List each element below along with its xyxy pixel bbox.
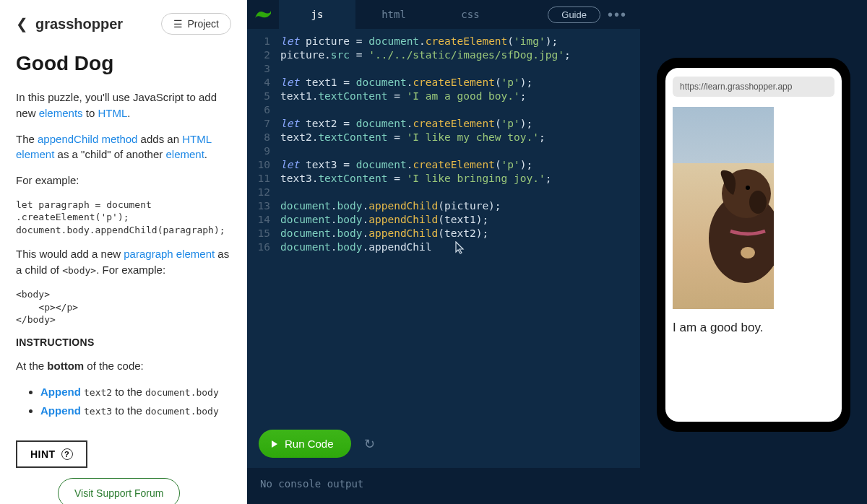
tab-js[interactable]: js	[279, 0, 355, 29]
run-code-button[interactable]: Run Code	[259, 430, 351, 458]
run-label: Run Code	[285, 438, 334, 450]
example-code-1: let paragraph = document .createElement(…	[16, 199, 231, 237]
preview-panel: https://learn.grasshopper.app I am a goo…	[640, 0, 867, 504]
link-appendchild[interactable]: appendChild method	[38, 133, 137, 145]
lesson-title: Good Dog	[16, 52, 231, 75]
code-editor[interactable]: 12345678910111213141516 let picture = do…	[247, 29, 640, 420]
phone-frame: https://learn.grasshopper.app I am a goo…	[657, 58, 850, 432]
preview-text-1: I am a good boy.	[673, 321, 834, 335]
phone-screen: https://learn.grasshopper.app I am a goo…	[665, 68, 842, 422]
link-paragraph-element[interactable]: paragraph element	[124, 248, 215, 260]
chevron-left-icon: ❮	[16, 15, 28, 32]
code-content[interactable]: let picture = document.createElement('im…	[276, 35, 571, 420]
dog-image	[673, 107, 774, 309]
instruction-item: Append text2 to the document.body	[40, 383, 231, 400]
svg-point-4	[741, 247, 755, 258]
instruction-item: Append text3 to the document.body	[40, 402, 231, 419]
phone-content: I am a good boy.	[665, 103, 842, 339]
project-button-label: Project	[187, 18, 219, 30]
para-2: The appendChild method adds an HTML elem…	[16, 131, 231, 163]
console-output: No console output	[247, 468, 640, 504]
para-3: For example:	[16, 173, 231, 188]
help-icon: ?	[61, 448, 73, 460]
play-icon	[272, 440, 277, 448]
header-row: ❮ grasshopper ☰ Project	[16, 13, 231, 35]
reload-icon[interactable]: ↻	[364, 436, 375, 452]
hint-label: HINT	[30, 448, 56, 460]
link-html[interactable]: HTML	[98, 107, 127, 119]
tab-css[interactable]: css	[432, 0, 509, 29]
link-elements[interactable]: elements	[39, 107, 83, 119]
instruction-panel: ❮ grasshopper ☰ Project Good Dog In this…	[0, 0, 247, 504]
link-element[interactable]: element	[165, 148, 204, 160]
tab-bar: js html css Guide •••	[247, 0, 640, 29]
svg-point-2	[749, 191, 767, 214]
example-code-2: <body> <p></p> </body>	[16, 288, 231, 326]
link-append[interactable]: Append	[40, 404, 81, 417]
run-bar: Run Code ↻	[247, 420, 640, 468]
instructions-list: Append text2 to the document.body Append…	[16, 383, 231, 419]
link-append[interactable]: Append	[40, 386, 81, 398]
brand-back[interactable]: ❮ grasshopper	[16, 15, 123, 32]
line-numbers: 12345678910111213141516	[247, 35, 276, 420]
brand-label: grasshopper	[35, 16, 123, 32]
para-5: At the bottom of the code:	[16, 358, 231, 374]
url-bar: https://learn.grasshopper.app	[673, 77, 834, 97]
tab-html[interactable]: html	[355, 0, 432, 29]
instructions-heading: INSTRUCTIONS	[16, 336, 231, 348]
support-forum-button[interactable]: Visit Support Forum	[58, 478, 180, 504]
more-icon[interactable]: •••	[608, 6, 631, 23]
project-button[interactable]: ☰ Project	[161, 13, 231, 35]
guide-button[interactable]: Guide	[548, 6, 600, 23]
svg-point-3	[746, 186, 750, 190]
hint-button[interactable]: HINT ?	[16, 440, 87, 468]
grasshopper-icon[interactable]	[247, 8, 279, 21]
list-icon: ☰	[173, 18, 183, 30]
para-4: This would add a new paragraph element a…	[16, 246, 231, 278]
para-1: In this puzzle, you'll use JavaScript to…	[16, 90, 231, 121]
editor-panel: js html css Guide ••• 123456789101112131…	[247, 0, 640, 504]
lesson-description: In this puzzle, you'll use JavaScript to…	[16, 90, 231, 419]
